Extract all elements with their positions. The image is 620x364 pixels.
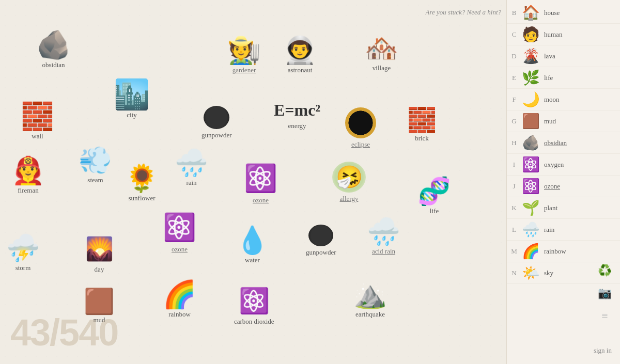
gardener-icon: 🧑‍🌾 bbox=[227, 37, 261, 64]
rain-left-icon: 🌧️ bbox=[175, 150, 208, 177]
recycle-icon[interactable]: ♻️ bbox=[598, 264, 612, 277]
item-energy[interactable]: E=mc² energy bbox=[274, 101, 320, 130]
item-brick[interactable]: 🧱 brick bbox=[407, 108, 437, 143]
sidebar-letter-n: N bbox=[509, 269, 519, 277]
sidebar-emoji-oxygen: ⚛️ bbox=[519, 156, 542, 173]
sidebar-item-ozone[interactable]: J ⚛️ ozone bbox=[507, 176, 620, 197]
item-obsidian[interactable]: 🪨 obsidian bbox=[36, 31, 71, 69]
item-astronaut[interactable]: 👨‍🚀 astronaut bbox=[283, 37, 317, 74]
acid-rain-icon: 🌧️ bbox=[367, 218, 400, 245]
item-gunpowder-center[interactable]: gunpowder bbox=[306, 225, 336, 257]
wall-icon: 🧱 bbox=[21, 103, 54, 130]
sidebar-label-moon: moon bbox=[544, 96, 560, 104]
mud-icon: 🟫 bbox=[84, 289, 115, 314]
water-label: water bbox=[245, 256, 260, 264]
item-steam[interactable]: 💨 steam bbox=[79, 147, 112, 184]
village-icon: 🏘️ bbox=[365, 35, 398, 62]
sidebar-label-ozone: ozone bbox=[544, 182, 560, 191]
sidebar-label-oxygen: oxygen bbox=[544, 161, 564, 169]
sidebar-item-human[interactable]: C 🧑 human bbox=[507, 24, 620, 45]
sidebar-item-lava[interactable]: D 🌋 lava bbox=[507, 45, 620, 67]
menu-icon[interactable]: ≡ bbox=[601, 309, 608, 323]
sidebar-item-moon[interactable]: F 🌙 moon bbox=[507, 89, 620, 110]
acid-rain-label: acid rain bbox=[372, 247, 395, 256]
day-icon: 🌄 bbox=[84, 235, 115, 263]
sidebar-label-rainbow: rainbow bbox=[544, 247, 566, 256]
sidebar-item-rain[interactable]: L 🌧️ rain bbox=[507, 219, 620, 241]
item-rain-left[interactable]: 🌧️ rain bbox=[175, 150, 208, 187]
sidebar-item-plant[interactable]: K 🌱 plant bbox=[507, 197, 620, 219]
sidebar-emoji-lava: 🌋 bbox=[519, 48, 542, 65]
sidebar-item-mud[interactable]: G 🟫 mud bbox=[507, 110, 620, 132]
energy-label: energy bbox=[288, 122, 306, 130]
gunpowder-center-icon bbox=[308, 225, 333, 246]
sunflower-label: sunflower bbox=[129, 194, 156, 202]
sidebar-emoji-sky: 🌤️ bbox=[519, 264, 542, 281]
sidebar-emoji-rain: 🌧️ bbox=[519, 221, 542, 238]
sidebar-label-rain: rain bbox=[544, 226, 554, 234]
sign-in-button[interactable]: sign in bbox=[594, 345, 612, 355]
mud-label: mud bbox=[93, 316, 105, 324]
water-icon: 💧 bbox=[236, 227, 269, 254]
sidebar-item-life[interactable]: E 🌿 life bbox=[507, 67, 620, 89]
hint-text: Are you stuck? Need a hint? bbox=[426, 8, 501, 17]
obsidian-label: obsidian bbox=[42, 61, 65, 69]
sidebar-letter-b: B bbox=[509, 9, 519, 17]
sidebar-label-sky: sky bbox=[544, 269, 553, 277]
life-label: life bbox=[430, 207, 439, 215]
item-sunflower[interactable]: 🌻 sunflower bbox=[125, 165, 159, 202]
sidebar-letter-h: H bbox=[509, 139, 519, 147]
camera-icon[interactable]: 📷 bbox=[598, 287, 612, 300]
sidebar-letter-k: K bbox=[509, 204, 519, 212]
ozone-left-icon: ⚛️ bbox=[163, 212, 196, 243]
item-wall[interactable]: 🧱 wall bbox=[21, 103, 54, 140]
sidebar-list: B 🏠 house C 🧑 human D 🌋 lava E 🌿 life F … bbox=[507, 0, 620, 284]
gunpowder-left-label: gunpowder bbox=[202, 131, 232, 139]
sidebar-letter-c: C bbox=[509, 30, 519, 39]
gardener-label: gardener bbox=[233, 66, 256, 74]
life-icon: 🧬 bbox=[417, 178, 451, 205]
item-life[interactable]: 🧬 life bbox=[417, 178, 451, 215]
item-fireman[interactable]: 👨‍🚒 fireman bbox=[11, 157, 45, 195]
item-gardener[interactable]: 🧑‍🌾 gardener bbox=[227, 37, 261, 74]
item-carbon-dioxide[interactable]: ⚛️ carbon dioxide bbox=[234, 287, 274, 326]
item-day[interactable]: 🌄 day bbox=[84, 235, 115, 274]
item-mud[interactable]: 🟫 mud bbox=[84, 289, 115, 324]
sidebar-item-rainbow[interactable]: M 🌈 rainbow bbox=[507, 241, 620, 262]
sidebar-item-house[interactable]: B 🏠 house bbox=[507, 2, 620, 24]
item-ozone-left[interactable]: ⚛️ ozone bbox=[163, 212, 196, 254]
item-city[interactable]: 🏙️ city bbox=[114, 80, 150, 119]
sunflower-icon: 🌻 bbox=[125, 165, 159, 192]
sidebar-item-obsidian[interactable]: H 🪨 obsidian bbox=[507, 132, 620, 154]
item-eclipse[interactable]: eclipse bbox=[345, 107, 376, 149]
sidebar-label-mud: mud bbox=[544, 117, 556, 125]
steam-icon: 💨 bbox=[79, 147, 112, 174]
eclipse-icon bbox=[345, 107, 376, 138]
item-allergy[interactable]: 🤧 allergy bbox=[332, 162, 366, 203]
sidebar-label-lava: lava bbox=[544, 52, 555, 60]
item-village[interactable]: 🏘️ village bbox=[365, 35, 398, 72]
storm-icon: ⛈️ bbox=[6, 235, 40, 262]
steam-label: steam bbox=[87, 176, 103, 184]
item-rainbow[interactable]: 🌈 rainbow bbox=[163, 281, 196, 319]
sidebar-emoji-moon: 🌙 bbox=[519, 91, 542, 108]
obsidian-icon: 🪨 bbox=[36, 31, 71, 59]
astronaut-icon: 👨‍🚀 bbox=[283, 37, 317, 64]
item-ozone-center[interactable]: ⚛️ ozone bbox=[244, 163, 277, 204]
sign-in-label: sign in bbox=[594, 346, 612, 354]
sidebar-letter-e: E bbox=[509, 74, 519, 82]
sidebar-label-house: house bbox=[544, 9, 560, 17]
city-label: city bbox=[127, 111, 137, 119]
earthquake-icon: ⛰️ bbox=[353, 281, 387, 308]
item-earthquake[interactable]: ⛰️ earthquake bbox=[353, 281, 387, 319]
item-water[interactable]: 💧 water bbox=[236, 227, 269, 264]
sidebar-letter-l: L bbox=[509, 226, 519, 234]
brick-icon: 🧱 bbox=[407, 108, 437, 132]
sidebar-letter-d: D bbox=[509, 52, 519, 60]
item-storm[interactable]: ⛈️ storm bbox=[6, 235, 40, 272]
energy-icon: E=mc² bbox=[274, 101, 320, 120]
item-gunpowder-left[interactable]: gunpowder bbox=[202, 106, 232, 139]
item-acid-rain[interactable]: 🌧️ acid rain bbox=[367, 218, 400, 256]
sidebar-letter-i: I bbox=[509, 161, 519, 169]
sidebar-item-oxygen[interactable]: I ⚛️ oxygen bbox=[507, 154, 620, 176]
